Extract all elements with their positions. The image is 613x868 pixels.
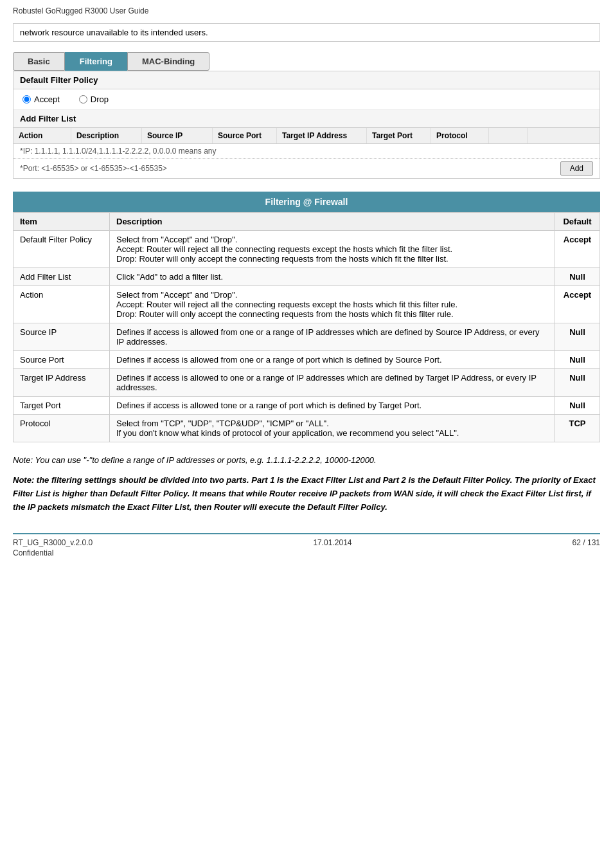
- row-description: Defines if access is allowed tone or a r…: [110, 397, 555, 415]
- row-item: Add Filter List: [13, 268, 110, 286]
- row-description: Select from "TCP", "UDP", "TCP&UDP", "IC…: [110, 415, 555, 442]
- th-description: Description: [110, 213, 555, 231]
- col-target-port: Target Port: [367, 128, 431, 143]
- row-default: Null: [555, 268, 600, 286]
- col-add-spacer: [489, 128, 528, 143]
- notice-bar: network resource unavailable to its inte…: [13, 23, 600, 42]
- table-row: ProtocolSelect from "TCP", "UDP", "TCP&U…: [13, 415, 600, 442]
- footer-doc-id: RT_UG_R3000_v.2.0.0: [13, 538, 93, 547]
- table-row: Target PortDefines if access is allowed …: [13, 397, 600, 415]
- filter-note-port: *Port: <1-65535> or <1-65535>-<1-65535>: [20, 164, 167, 173]
- row-item: Default Filter Policy: [13, 231, 110, 268]
- th-default: Default: [555, 213, 600, 231]
- table-row: Add Filter ListClick "Add" to add a filt…: [13, 268, 600, 286]
- col-source-ip: Source IP: [142, 128, 213, 143]
- drop-radio[interactable]: [79, 95, 87, 104]
- table-row: Source IPDefines if access is allowed fr…: [13, 323, 600, 351]
- row-default: Null: [555, 397, 600, 415]
- table-row: Default Filter PolicySelect from "Accept…: [13, 231, 600, 268]
- row-default: Null: [555, 323, 600, 351]
- row-default: Null: [555, 351, 600, 369]
- table-row: Target IP AddressDefines if access is al…: [13, 369, 600, 397]
- col-protocol: Protocol: [431, 128, 489, 143]
- add-filter-button[interactable]: Add: [560, 161, 593, 176]
- footer-confidential: Confidential: [13, 548, 93, 557]
- row-default: Null: [555, 369, 600, 397]
- tab-filtering[interactable]: Filtering: [65, 52, 127, 71]
- filter-table-header: Action Description Source IP Source Port…: [13, 128, 600, 144]
- row-default: TCP: [555, 415, 600, 442]
- row-description: Click "Add" to add a filter list.: [110, 268, 555, 286]
- row-item: Target Port: [13, 397, 110, 415]
- drop-label: Drop: [91, 95, 109, 104]
- row-description: Defines if access is allowed from one or…: [110, 323, 555, 351]
- row-item: Action: [13, 286, 110, 323]
- note-bold: Note: the filtering settings should be d…: [13, 474, 600, 514]
- row-description: Defines if access is allowed to one or a…: [110, 369, 555, 397]
- notice-text: network resource unavailable to its inte…: [20, 28, 208, 37]
- accept-radio-label[interactable]: Accept: [22, 95, 60, 104]
- row-default: Accept: [555, 286, 600, 323]
- col-source-port: Source Port: [213, 128, 277, 143]
- row-description: Select from "Accept" and "Drop".Accept: …: [110, 231, 555, 268]
- table-row: ActionSelect from "Accept" and "Drop".Ac…: [13, 286, 600, 323]
- row-description: Defines if access is allowed from one or…: [110, 351, 555, 369]
- filter-note-ip: *IP: 1.1.1.1, 1.1.1.0/24,1.1.1.1-2.2.2.2…: [13, 144, 600, 159]
- col-description: Description: [71, 128, 142, 143]
- accept-radio[interactable]: [22, 95, 31, 104]
- page-header: Robustel GoRugged R3000 User Guide: [13, 6, 600, 18]
- firewall-table-wrapper: Filtering @ Firewall Item Description De…: [13, 192, 600, 442]
- firewall-table: Item Description Default Default Filter …: [13, 212, 600, 442]
- accept-label: Accept: [34, 95, 60, 104]
- tab-mac-binding[interactable]: MAC-Binding: [127, 52, 209, 71]
- add-filter-list-title: Add Filter List: [13, 110, 600, 128]
- tab-group: Basic Filtering MAC-Binding: [13, 52, 600, 71]
- th-item: Item: [13, 213, 110, 231]
- default-filter-policy-title: Default Filter Policy: [13, 71, 600, 89]
- row-item: Source IP: [13, 323, 110, 351]
- firewall-table-title: Filtering @ Firewall: [13, 192, 600, 212]
- document-title: Robustel GoRugged R3000 User Guide: [13, 6, 148, 15]
- table-row: Source PortDefines if access is allowed …: [13, 351, 600, 369]
- row-item: Target IP Address: [13, 369, 110, 397]
- col-action: Action: [13, 128, 71, 143]
- row-item: Source Port: [13, 351, 110, 369]
- filter-box: Default Filter Policy Accept Drop Add Fi…: [13, 71, 600, 179]
- tab-basic[interactable]: Basic: [13, 52, 65, 71]
- row-default: Accept: [555, 231, 600, 268]
- page-footer: RT_UG_R3000_v.2.0.0 Confidential 17.01.2…: [13, 533, 600, 557]
- note-italic: Note: You can use "-"to define a range o…: [13, 455, 600, 465]
- footer-date: 17.01.2014: [313, 538, 351, 557]
- row-item: Protocol: [13, 415, 110, 442]
- row-description: Select from "Accept" and "Drop".Accept: …: [110, 286, 555, 323]
- drop-radio-label[interactable]: Drop: [79, 95, 109, 104]
- footer-page: 62 / 131: [573, 538, 600, 557]
- footer-left: RT_UG_R3000_v.2.0.0 Confidential: [13, 538, 93, 557]
- filter-policy-row: Accept Drop: [13, 89, 600, 110]
- col-target-ip: Target IP Address: [277, 128, 367, 143]
